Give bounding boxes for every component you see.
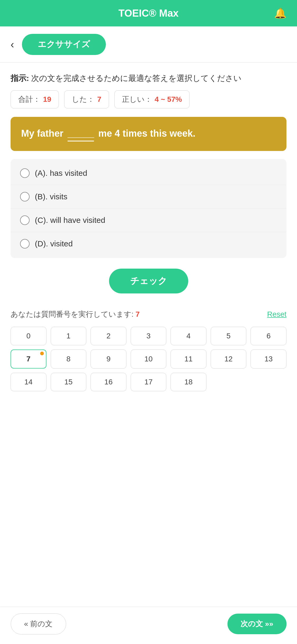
question-running-text: あなたは質問番号を実行しています: 7 [11,309,140,319]
check-button[interactable]: チェック [109,269,188,293]
option-d-text: (D). visited [35,239,73,248]
question-num-header: あなたは質問番号を実行しています: 7 Reset [11,309,286,319]
num-cell-14[interactable]: 14 [11,373,46,391]
num-cell-9[interactable]: 9 [91,349,126,369]
question-running-label: あなたは質問番号を実行しています: [11,310,136,318]
app-header: TOEIC® Max 🔔 [0,0,297,26]
num-cell-1[interactable]: 1 [51,327,87,345]
instructions-prefix: 指示: [11,74,29,82]
stat-done-value: 7 [97,95,101,104]
num-cell-13[interactable]: 13 [251,349,286,369]
instructions-text: 次の文を完成させるために最適な答えを選択してください [29,74,242,82]
option-c-text: (C). will have visited [35,216,105,225]
num-cell-12[interactable]: 12 [211,349,247,369]
num-cell-7[interactable]: 7 [11,349,46,369]
back-button[interactable]: ‹ [11,39,14,50]
option-b-text: (B). visits [35,192,67,201]
exercise-button[interactable]: エクササイズ [22,34,106,55]
question-after: me 4 times this week. [98,128,195,139]
num-cell-2[interactable]: 2 [91,327,126,345]
radio-a[interactable] [20,168,30,178]
option-c[interactable]: (C). will have visited [11,209,286,232]
question-number-section: あなたは質問番号を実行しています: 7 Reset 01234567891011… [0,309,297,399]
num-cell-10[interactable]: 10 [131,349,167,369]
stat-correct-value: 4 ~ 57% [155,95,182,104]
num-cell-15[interactable]: 15 [51,373,87,391]
question-card: My father _____ me 4 times this week. [11,117,286,151]
num-cell-8[interactable]: 8 [51,349,87,369]
number-grid: 0123456789101112131415161718 [11,327,286,391]
radio-c[interactable] [20,215,30,225]
question-blank: _____ [68,126,94,141]
num-cell-0[interactable]: 0 [11,327,46,345]
stat-correct-label: 正しい： [122,94,152,104]
stat-done-label: した： [72,94,95,104]
app-title: TOEIC® Max [119,8,179,19]
num-cell-5[interactable]: 5 [211,327,247,345]
stat-correct: 正しい： 4 ~ 57% [114,90,190,108]
question-running-value: 7 [136,310,140,318]
num-cell-6[interactable]: 6 [251,327,286,345]
num-cell-3[interactable]: 3 [131,327,167,345]
num-cell-16[interactable]: 16 [91,373,126,391]
question-text: My father _____ me 4 times this week. [21,128,195,139]
num-cell-17[interactable]: 17 [131,373,167,391]
radio-d[interactable] [20,239,30,249]
option-b[interactable]: (B). visits [11,185,286,209]
stat-total-label: 合計： [18,94,40,104]
num-cell-18[interactable]: 18 [171,373,206,391]
stat-done: した： 7 [64,90,109,108]
question-before: My father [21,128,63,139]
bell-icon[interactable]: 🔔 [274,7,286,19]
nav-bar: ‹ エクササイズ [0,26,297,63]
stat-total-value: 19 [43,95,51,104]
reset-link[interactable]: Reset [267,310,286,319]
instructions: 指示: 次の文を完成させるために最適な答えを選択してください [0,63,297,90]
num-cell-11[interactable]: 11 [171,349,206,369]
option-a[interactable]: (A). has visited [11,162,286,185]
radio-b[interactable] [20,192,30,201]
options-container: (A). has visited (B). visits (C). will h… [11,159,286,258]
check-button-wrap: チェック [0,269,297,309]
stats-row: 合計： 19 した： 7 正しい： 4 ~ 57% [0,90,297,117]
stat-total: 合計： 19 [11,90,59,108]
num-cell-4[interactable]: 4 [171,327,206,345]
option-a-text: (A). has visited [35,169,87,178]
option-d[interactable]: (D). visited [11,232,286,255]
